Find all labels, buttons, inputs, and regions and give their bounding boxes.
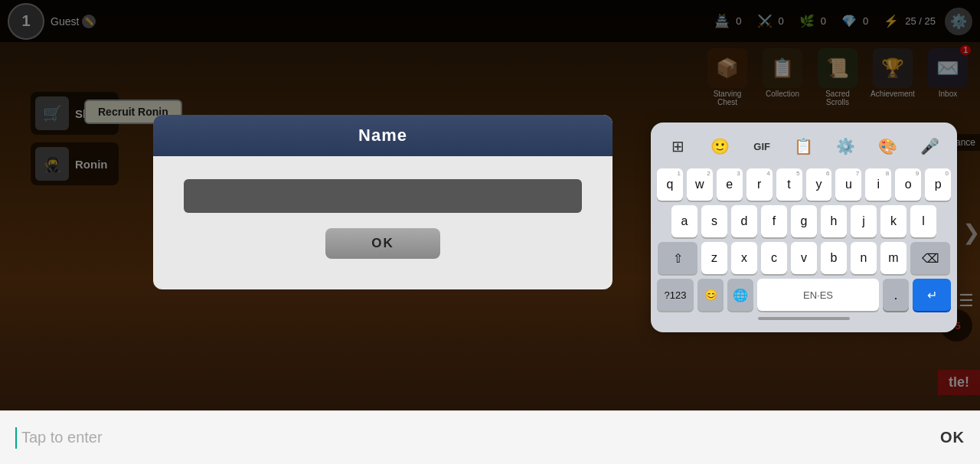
name-dialog: Name OK [153,115,612,289]
name-dialog-title: Name [358,126,407,145]
kb-key-b[interactable]: b [821,242,847,274]
kb-key-v[interactable]: v [791,242,817,274]
keyboard-row-4: ?123 😊 🌐 EN·ES . ↵ [657,279,951,311]
kb-key-e[interactable]: e3 [717,168,743,201]
kb-key-k[interactable]: k [880,205,906,237]
kb-key-w[interactable]: w2 [687,168,713,201]
kb-mic-icon[interactable]: 🎤 [915,132,944,161]
kb-key-o[interactable]: o9 [895,168,921,201]
keyboard: ⊞ 🙂 GIF 📋 ⚙️ 🎨 🎤 q1 w2 e3 r4 t5 y6 u7 i8… [651,123,957,332]
kb-key-h[interactable]: h [821,205,847,237]
kb-key-a[interactable]: a [671,205,697,237]
kb-key-j[interactable]: j [851,205,877,237]
kb-grid-icon[interactable]: ⊞ [663,132,692,161]
kb-key-m[interactable]: m [880,242,906,274]
kb-numeric-key[interactable]: ?123 [657,279,694,311]
kb-key-u[interactable]: u7 [835,168,861,201]
kb-clipboard-icon[interactable]: 📋 [789,132,818,161]
kb-key-i[interactable]: i8 [865,168,891,201]
kb-globe-key[interactable]: 🌐 [727,279,753,311]
kb-key-t[interactable]: t5 [776,168,802,201]
keyboard-toolbar: ⊞ 🙂 GIF 📋 ⚙️ 🎨 🎤 [657,132,951,161]
bottom-placeholder[interactable]: Tap to enter [21,429,103,446]
kb-enter-key[interactable]: ↵ [913,279,951,311]
kb-key-c[interactable]: c [761,242,787,274]
kb-key-z[interactable]: z [701,242,727,274]
keyboard-row-2: a s d f g h j k l [657,205,951,237]
kb-palette-icon[interactable]: 🎨 [874,132,903,161]
keyboard-row-3: ⇧ z x c v b n m ⌫ [657,242,951,274]
name-ok-button[interactable]: OK [325,228,440,259]
kb-emoji-key[interactable]: 😊 [697,279,724,311]
kb-key-r[interactable]: r4 [746,168,773,201]
kb-key-g[interactable]: g [791,205,817,237]
kb-shift-key[interactable]: ⇧ [658,242,697,274]
keyboard-slider-track [758,317,850,320]
bottom-ok-button[interactable]: OK [940,429,965,446]
kb-settings-icon[interactable]: ⚙️ [831,132,861,161]
name-input[interactable] [184,179,582,213]
kb-key-p[interactable]: p0 [925,168,951,201]
name-dialog-body: OK [153,156,612,274]
name-dialog-header: Name [153,115,612,156]
kb-key-n[interactable]: n [851,242,877,274]
kb-key-l[interactable]: l [910,205,936,237]
kb-key-d[interactable]: d [731,205,757,237]
bottom-input-bar: Tap to enter OK [0,410,980,464]
keyboard-row-1: q1 w2 e3 r4 t5 y6 u7 i8 o9 p0 [657,168,951,201]
kb-sticker-icon[interactable]: 🙂 [705,132,734,161]
text-cursor [15,427,17,449]
kb-key-s[interactable]: s [701,205,727,237]
kb-space-key[interactable]: EN·ES [757,279,879,311]
kb-key-f[interactable]: f [761,205,787,237]
kb-key-y[interactable]: y6 [806,168,832,201]
kb-key-q[interactable]: q1 [657,168,683,201]
kb-key-x[interactable]: x [731,242,757,274]
kb-gif-button[interactable]: GIF [747,132,776,161]
kb-backspace-key[interactable]: ⌫ [910,242,950,274]
kb-period-key[interactable]: . [883,279,909,311]
keyboard-slider [657,317,951,320]
